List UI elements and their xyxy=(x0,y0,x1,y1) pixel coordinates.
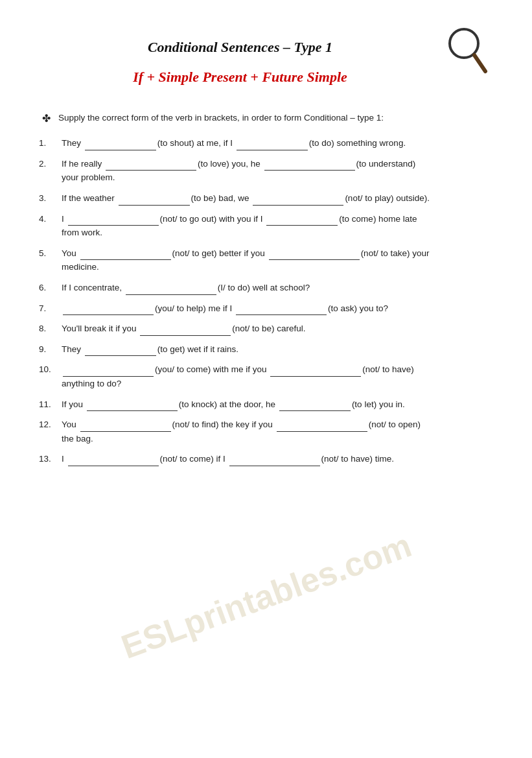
ex-num-4: 4. xyxy=(39,212,62,226)
blank-13b[interactable] xyxy=(229,456,320,466)
blank-7a[interactable] xyxy=(63,305,154,315)
subtitle: If + Simple Present + Future Simple xyxy=(133,69,347,86)
blank-4b[interactable] xyxy=(266,215,338,226)
exercise-item-2: 2. If he really (to love) you, he (to un… xyxy=(39,157,493,185)
ex-num-3: 3. xyxy=(39,191,62,206)
ex-content-11: If you (to knock) at the door, he (to le… xyxy=(62,397,493,412)
blank-7b[interactable] xyxy=(236,305,327,315)
ex-content-6: If I concentrate, (I/ to do) well at sch… xyxy=(62,281,493,295)
blank-1b[interactable] xyxy=(237,140,308,150)
ex-content-9: They (to get) wet if it rains. xyxy=(62,342,493,357)
blank-8a[interactable] xyxy=(140,326,231,336)
ex-content-2: If he really (to love) you, he (to under… xyxy=(62,157,493,185)
ex-content-4: I (not/ to go out) with you if I (to com… xyxy=(62,212,493,240)
exercise-item-5: 5. You (not/ to get) better if you (not/… xyxy=(39,246,493,274)
blank-12b[interactable] xyxy=(277,421,367,432)
magnifier-icon xyxy=(441,23,493,81)
ex-num-12: 12. xyxy=(39,418,62,432)
exercise-item-3: 3. If the weather (to be) bad, we (not/ … xyxy=(39,191,493,206)
ex-content-5: You (not/ to get) better if you (not/ to… xyxy=(62,246,493,274)
blank-9a[interactable] xyxy=(85,346,156,356)
blank-3b[interactable] xyxy=(253,195,343,206)
blank-5a[interactable] xyxy=(80,250,171,260)
ex-num-11: 11. xyxy=(39,397,62,412)
blank-5b[interactable] xyxy=(269,250,360,260)
ex-content-13: I (not/ to come) if I (not/ to have) tim… xyxy=(62,452,493,466)
ex-content-7: (you/ to help) me if I (to ask) you to? xyxy=(62,302,493,316)
blank-11a[interactable] xyxy=(87,401,178,411)
instruction-row: ✤ Supply the correct form of the verb in… xyxy=(39,112,493,124)
exercise-item-6: 6. If I concentrate, (I/ to do) well at … xyxy=(39,281,493,295)
main-title: Conditional Sentences – Type 1 xyxy=(148,39,332,56)
blank-10b[interactable] xyxy=(270,366,361,377)
blank-2b[interactable] xyxy=(264,160,355,171)
blank-10a[interactable] xyxy=(63,366,154,377)
exercise-item-12: 12. You (not/ to find) the key if you (n… xyxy=(39,418,493,445)
title-block: Conditional Sentences – Type 1 If + Simp… xyxy=(39,19,441,105)
ex-content-1: They (to shout) at me, if I (to do) some… xyxy=(62,136,493,150)
instruction-text: Supply the correct form of the verb in b… xyxy=(58,112,384,124)
blank-11b[interactable] xyxy=(279,401,351,411)
ex-num-7: 7. xyxy=(39,302,62,316)
ex-num-5: 5. xyxy=(39,246,62,261)
ex-num-8: 8. xyxy=(39,322,62,336)
ex-num-10: 10. xyxy=(39,362,62,377)
svg-line-1 xyxy=(474,55,485,71)
watermark: ESLprintables.com xyxy=(116,525,416,666)
exercise-item-7: 7. (you/ to help) me if I (to ask) you t… xyxy=(39,302,493,316)
ex-content-10: (you/ to come) with me if you (not/ to h… xyxy=(62,362,493,390)
exercise-item-11: 11. If you (to knock) at the door, he (t… xyxy=(39,397,493,412)
blank-4a[interactable] xyxy=(68,215,159,226)
exercise-item-9: 9. They (to get) wet if it rains. xyxy=(39,342,493,357)
ex-content-8: You'll break it if you (not/ to be) care… xyxy=(62,322,493,336)
blank-1a[interactable] xyxy=(85,140,156,150)
ex-num-2: 2. xyxy=(39,157,62,171)
exercise-item-13: 13. I (not/ to come) if I (not/ to have)… xyxy=(39,452,493,466)
blank-12a[interactable] xyxy=(80,421,171,432)
blank-6a[interactable] xyxy=(126,285,216,295)
exercise-item-4: 4. I (not/ to go out) with you if I (to … xyxy=(39,212,493,240)
ex-content-12: You (not/ to find) the key if you (not/ … xyxy=(62,418,493,445)
blank-13a[interactable] xyxy=(68,456,159,466)
exercise-item-8: 8. You'll break it if you (not/ to be) c… xyxy=(39,322,493,336)
exercise-item-1: 1. They (to shout) at me, if I (to do) s… xyxy=(39,136,493,150)
blank-3a[interactable] xyxy=(119,195,190,206)
ex-num-13: 13. xyxy=(39,452,62,466)
exercises-list: 1. They (to shout) at me, if I (to do) s… xyxy=(39,136,493,466)
ex-num-9: 9. xyxy=(39,342,62,357)
ex-num-6: 6. xyxy=(39,281,62,295)
star-symbol: ✤ xyxy=(42,112,51,124)
ex-content-3: If the weather (to be) bad, we (not/ to … xyxy=(62,191,493,206)
exercise-item-10: 10. (you/ to come) with me if you (not/ … xyxy=(39,362,493,390)
blank-2a[interactable] xyxy=(106,160,196,171)
ex-num-1: 1. xyxy=(39,136,62,150)
header-area: Conditional Sentences – Type 1 If + Simp… xyxy=(39,19,493,105)
